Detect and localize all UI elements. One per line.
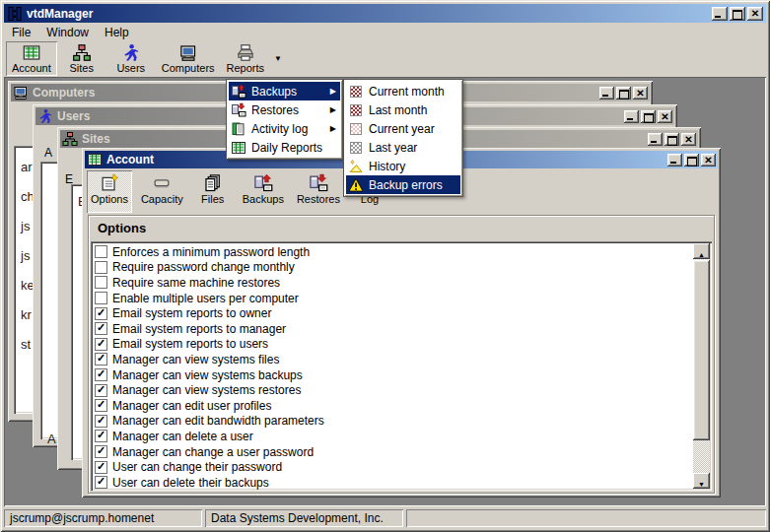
option-row-user-can-delete-their-backups[interactable]: User can delete their backups	[96, 475, 712, 491]
backups-submenu-item-history[interactable]: History	[346, 157, 460, 175]
option-row-user-can-change-their-password[interactable]: User can change their password	[96, 459, 712, 475]
vertical-scrollbar[interactable]	[693, 243, 710, 489]
minimize-button[interactable]	[599, 87, 614, 100]
account-tab-backups[interactable]: Backups	[239, 170, 288, 213]
toolbar-button-computers[interactable]: Computers	[156, 41, 221, 76]
account-tab-options[interactable]: Options	[87, 170, 132, 213]
account-tab-restores[interactable]: Restores	[293, 170, 344, 213]
computers-title: Computers	[33, 86, 95, 100]
close-button[interactable]	[701, 154, 716, 166]
backups-submenu-item-last-year[interactable]: Last year	[346, 138, 460, 157]
maximize-button[interactable]	[684, 154, 699, 166]
menu-help[interactable]: Help	[97, 24, 137, 41]
option-row-email-system-reports-to-owner[interactable]: Email system reports to owner	[96, 305, 712, 321]
toolbar-button-sites[interactable]: Sites	[57, 41, 106, 76]
checkbox-label: Email system reports to manager	[112, 322, 286, 336]
toolbar-button-label: Sites	[70, 62, 94, 74]
maximize-button[interactable]	[665, 133, 679, 146]
checkbox[interactable]	[96, 339, 106, 350]
option-row-manager-can-view-systems-backups[interactable]: Manager can view systems backups	[96, 367, 712, 383]
window-account[interactable]: Account Options Capacity Files Backups R…	[82, 148, 721, 498]
option-row-manager-can-change-a-user-password[interactable]: Manager can change a user password	[96, 444, 712, 460]
reports-menu-item-backups[interactable]: Backups	[229, 82, 340, 100]
reports-dropdown-arrow[interactable]: ▼	[270, 41, 286, 76]
checkbox-label: Enforces a minimum password length	[112, 245, 310, 259]
scrollbar-thumb[interactable]	[693, 260, 710, 440]
close-button[interactable]	[658, 110, 672, 123]
option-row-email-system-reports-to-users[interactable]: Email system reports to users	[96, 337, 712, 353]
scroll-down-button[interactable]	[693, 473, 710, 489]
option-row-email-system-reports-to-manager[interactable]: Email system reports to manager	[96, 321, 712, 337]
checkbox[interactable]	[96, 354, 106, 365]
option-row-manager-can-edit-user-profiles[interactable]: Manager can edit user profiles	[96, 398, 712, 414]
minimize-button[interactable]	[712, 7, 728, 21]
account-tab-label: Options	[91, 193, 128, 205]
option-row-manager-can-edit-bandwidth-parameters[interactable]: Manager can edit bandwidth parameters	[96, 414, 712, 430]
clipped-list-item: A	[47, 432, 56, 446]
checkbox-label: Manager can edit user profiles	[112, 399, 271, 413]
account-tab-files[interactable]: Files	[192, 170, 234, 213]
checkbox[interactable]	[96, 308, 106, 319]
toolbar-button-icon	[178, 43, 198, 62]
checkbox[interactable]	[96, 446, 106, 457]
option-row-manager-can-delete-a-user[interactable]: Manager can delete a user	[96, 429, 712, 444]
close-button[interactable]	[747, 7, 763, 21]
checkbox[interactable]	[96, 293, 106, 303]
checkbox[interactable]	[96, 400, 106, 411]
option-row-manager-can-view-systems-restores[interactable]: Manager can view systems restores	[96, 382, 712, 398]
menu-item-icon	[348, 102, 364, 118]
maximize-button[interactable]	[730, 7, 745, 21]
menubar: File Window Help	[4, 23, 766, 41]
options-checkbox-list[interactable]: Enforces a minimum password length Requi…	[91, 241, 712, 491]
backups-submenu-item-last-month[interactable]: Last month	[346, 100, 460, 119]
minimize-button[interactable]	[624, 110, 639, 123]
menu-item-label: Current month	[369, 85, 445, 99]
menu-item-label: Restores	[251, 103, 299, 117]
backups-submenu-item-backup-errors[interactable]: Backup errors	[346, 175, 460, 194]
reports-menu-item-daily-reports[interactable]: Daily Reports	[229, 138, 340, 157]
menu-item-label: Current year	[369, 122, 435, 136]
toolbar-button-reports[interactable]: Reports	[221, 41, 271, 76]
minimize-button[interactable]	[667, 154, 682, 166]
maximize-button[interactable]	[641, 110, 656, 123]
close-button[interactable]	[633, 87, 648, 100]
main-toolbar: Account Sites Users Computers Reports ▼	[4, 41, 766, 77]
menu-item-icon	[348, 121, 364, 137]
account-tab-icon	[202, 173, 224, 193]
checkbox[interactable]	[96, 477, 106, 488]
menu-item-icon	[231, 84, 246, 100]
toolbar-button-account[interactable]: Account	[6, 41, 57, 76]
account-tab-capacity[interactable]: Capacity	[137, 170, 187, 213]
option-row-manager-can-view-systems-files[interactable]: Manager can view systems files	[96, 352, 712, 367]
checkbox[interactable]	[96, 277, 106, 288]
scrollbar-track[interactable]	[693, 440, 710, 473]
checkbox[interactable]	[96, 369, 106, 380]
close-button[interactable]	[681, 133, 696, 146]
checkbox[interactable]	[96, 431, 106, 441]
reports-menu-item-activity-log[interactable]: Activity log	[229, 119, 340, 138]
option-row-enable-multiple-users-per-computer[interactable]: Enable multiple users per computer	[96, 291, 712, 306]
checkbox[interactable]	[96, 416, 106, 427]
checkbox[interactable]	[96, 323, 106, 334]
checkbox[interactable]	[96, 385, 106, 396]
scroll-up-button[interactable]	[693, 243, 710, 259]
main-titlebar[interactable]: vtdManager	[4, 4, 766, 23]
backups-submenu-item-current-month[interactable]: Current month	[346, 82, 460, 100]
maximize-button[interactable]	[616, 87, 631, 100]
options-group-title: Options	[89, 216, 714, 235]
account-tab-label: Backups	[243, 193, 284, 205]
menu-file[interactable]: File	[4, 24, 38, 41]
toolbar-button-users[interactable]: Users	[106, 41, 156, 76]
option-row-require-same-machine-restores[interactable]: Require same machine restores	[96, 275, 712, 291]
option-row-require-password-change-monthly[interactable]: Require password change monthly	[96, 260, 712, 276]
menu-item-label: Last month	[369, 103, 427, 117]
option-row-enforces-a-minimum-password-length[interactable]: Enforces a minimum password length	[96, 244, 712, 260]
backups-submenu-item-current-year[interactable]: Current year	[346, 119, 460, 138]
reports-menu-item-restores[interactable]: Restores	[229, 100, 340, 119]
checkbox[interactable]	[96, 246, 106, 257]
checkbox[interactable]	[96, 462, 106, 473]
checkbox-label: Email system reports to users	[112, 337, 268, 351]
checkbox[interactable]	[96, 262, 106, 273]
menu-window[interactable]: Window	[38, 24, 97, 41]
minimize-button[interactable]	[648, 133, 663, 146]
